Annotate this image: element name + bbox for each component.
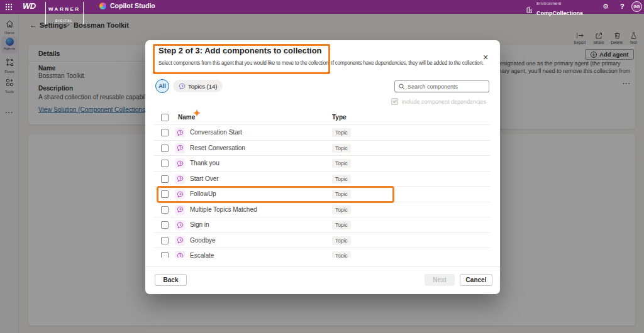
filter-chip-all[interactable]: All — [155, 79, 169, 93]
settings-gear-icon[interactable]: ⚙ — [602, 2, 609, 11]
warner-digital-logo: WD — [23, 1, 36, 11]
topic-icon — [175, 143, 185, 153]
row-checkbox[interactable] — [161, 160, 169, 167]
dialog-footer: Back Next Cancel — [145, 266, 500, 294]
component-name: Conversation Start — [190, 129, 242, 136]
filter-chip-topics[interactable]: Topics (14) — [173, 80, 223, 92]
checkmark-icon — [393, 99, 397, 102]
type-badge: Topic — [332, 159, 351, 168]
component-name: FollowUp — [190, 190, 216, 197]
topic-icon — [175, 158, 185, 168]
table-row[interactable]: Multiple Topics Matched Topic — [154, 202, 490, 217]
table-row[interactable]: Sign in Topic — [154, 217, 490, 232]
type-badge: Topic — [332, 128, 351, 137]
type-badge: Topic — [332, 190, 351, 199]
components-table: Name Type Conversation Start Topic Reset… — [154, 112, 490, 258]
table-row[interactable]: Start Over Topic — [154, 171, 490, 187]
table-row[interactable]: Conversation Start Topic — [154, 124, 490, 140]
row-checkbox[interactable] — [161, 129, 169, 136]
component-name: Thank you — [190, 160, 219, 166]
warner-wordmark: WARNER DIGITAL — [45, 2, 84, 25]
top-app-bar: WD WARNER DIGITAL Copilot Studio Environ… — [0, 0, 644, 14]
row-checkbox[interactable] — [161, 221, 169, 229]
cancel-button[interactable]: Cancel — [460, 274, 492, 286]
topic-icon — [175, 174, 185, 184]
component-name: Goodbye — [190, 237, 216, 244]
column-header-name: Name — [178, 114, 195, 121]
environment-picker[interactable]: Environment CompCollections — [526, 1, 583, 18]
add-components-dialog: Step 2 of 3: Add components to collectio… — [145, 40, 500, 294]
select-all-checkbox[interactable] — [161, 114, 169, 121]
component-name: Start Over — [190, 175, 219, 182]
type-badge: Topic — [332, 236, 351, 245]
topic-icon — [175, 251, 185, 258]
table-header: Name Type — [154, 112, 490, 124]
row-checkbox[interactable] — [161, 237, 169, 244]
help-icon[interactable]: ? — [620, 2, 625, 11]
table-row[interactable]: FollowUp Topic — [154, 186, 490, 202]
topic-icon — [175, 128, 185, 138]
include-dependencies: Include component dependencies — [391, 98, 486, 105]
environment-label: Environment — [536, 1, 583, 6]
type-badge: Topic — [332, 175, 351, 183]
component-name: Reset Conversation — [190, 145, 245, 151]
dialog-subtitle: Select components from this agent that y… — [158, 60, 494, 66]
table-row[interactable]: Reset Conversation Topic — [154, 140, 490, 156]
topic-icon — [175, 220, 185, 230]
include-dependencies-label: Include component dependencies — [401, 99, 486, 105]
include-dependencies-checkbox[interactable] — [391, 98, 398, 105]
waffle-menu-icon[interactable] — [5, 3, 13, 11]
topic-icon — [175, 189, 185, 199]
search-icon — [399, 84, 405, 90]
row-checkbox[interactable] — [161, 252, 169, 258]
table-row[interactable]: Thank you Topic — [154, 155, 490, 171]
row-checkbox[interactable] — [161, 190, 169, 198]
table-row[interactable]: Escalate Topic — [154, 248, 490, 258]
search-box — [394, 80, 489, 92]
copilot-studio-icon — [99, 3, 106, 9]
component-name: Sign in — [190, 221, 209, 228]
column-header-type: Type — [332, 114, 347, 121]
app-root: WD WARNER DIGITAL Copilot Studio Environ… — [0, 0, 644, 333]
search-input[interactable] — [408, 84, 483, 90]
table-row[interactable]: Goodbye Topic — [154, 232, 490, 248]
row-checkbox[interactable] — [161, 206, 169, 214]
building-icon — [526, 6, 533, 13]
type-badge: Topic — [332, 251, 351, 258]
topic-icon — [175, 236, 185, 246]
back-button[interactable]: Back — [155, 274, 187, 286]
app-title: Copilot Studio — [99, 2, 155, 9]
dialog-title: Step 2 of 3: Add components to collectio… — [158, 46, 322, 55]
type-badge: Topic — [332, 221, 351, 229]
topic-icon — [179, 83, 186, 90]
type-badge: Topic — [332, 205, 351, 214]
type-badge: Topic — [332, 144, 351, 153]
next-button[interactable]: Next — [425, 274, 455, 286]
topic-icon — [175, 205, 185, 215]
component-name: Multiple Topics Matched — [190, 206, 257, 213]
component-name: Escalate — [190, 252, 214, 258]
close-icon[interactable]: ✕ — [479, 51, 492, 63]
environment-value: CompCollections — [536, 10, 583, 16]
avatar[interactable]: GG — [631, 1, 642, 12]
row-checkbox[interactable] — [161, 175, 169, 183]
row-checkbox[interactable] — [161, 145, 169, 152]
